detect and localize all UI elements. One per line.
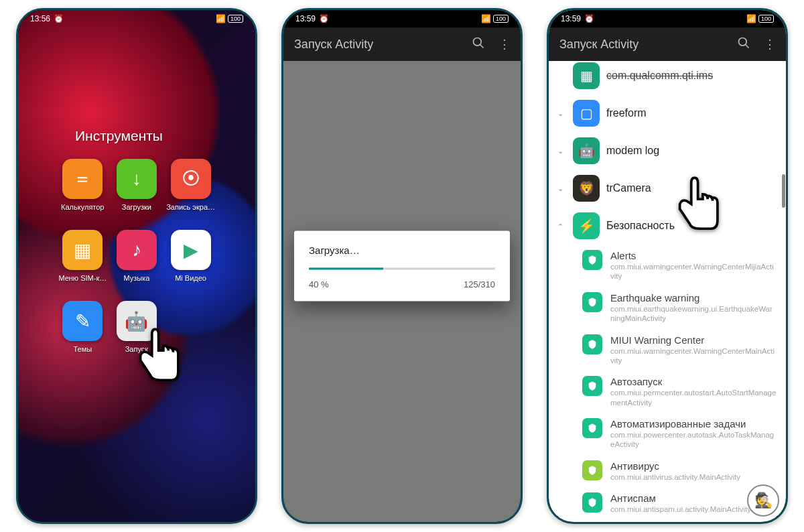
progress-fill (309, 268, 383, 270)
search-icon[interactable] (737, 36, 750, 52)
chevron-down-icon: ⌄ (554, 109, 566, 118)
chevron-up-icon: ⌄ (554, 222, 566, 230)
dialog-title: Загрузка… (309, 245, 495, 256)
activity-title: Автозапуск (610, 376, 777, 388)
activity-class: com.miui.antivirus.activity.MainActivity (610, 472, 777, 482)
app-[interactable]: 🤖Запуск (113, 301, 161, 353)
watermark-badge: 🕵️ (747, 484, 779, 517)
app-icon: 🤖 (117, 301, 157, 341)
shield-icon: ⚡ (573, 212, 600, 239)
search-icon[interactable] (472, 36, 485, 52)
svg-line-1 (480, 45, 484, 48)
battery-level: 100 (228, 15, 243, 23)
app-label: Темы (73, 345, 92, 353)
phone-activity-list: 13:59 ⏰ 📶 100 Запуск Activity ⋮ ▦ com.qu… (547, 8, 788, 524)
app-[interactable]: ✎Темы (58, 301, 107, 353)
signal-icon: 📶 (748, 15, 756, 23)
activity-item[interactable]: Антивирус com.miui.antivirus.activity.Ma… (549, 455, 786, 487)
chevron-down-icon: ⌄ (554, 147, 566, 155)
activity-item[interactable]: Автоматизированные задачи com.miui.power… (549, 413, 786, 455)
activity-title: Автоматизированные задачи (610, 418, 777, 430)
status-time: 13:56 (30, 14, 50, 23)
app-sim[interactable]: ▦Меню SIM-к… (58, 230, 107, 282)
list-item-label: modem log (606, 145, 659, 157)
app-icon: ↓ (117, 159, 157, 199)
alarm-icon: ⏰ (320, 15, 328, 23)
activities-list[interactable]: ▦ com.qualcomm.qti.ims ⌄ ▢ freeform ⌄ 🤖 … (549, 61, 786, 520)
activity-class: com.miui.warningcenter.WarningCenterMain… (610, 346, 777, 366)
app-[interactable]: ♪Музыка (113, 230, 161, 282)
app-[interactable]: ＝Калькулятор (58, 159, 107, 211)
list-item[interactable]: ⌄ ▢ freeform (549, 94, 786, 132)
status-bar: 13:59 ⏰ 📶 100 (549, 10, 786, 27)
app-icon: ▦ (62, 230, 103, 270)
app-icon: ▢ (573, 100, 600, 127)
activity-class: com.miui.earthquakewarning.ui.Earthquake… (610, 304, 777, 324)
alarm-icon: ⏰ (585, 15, 593, 23)
battery-level: 100 (493, 15, 509, 23)
app-icon: ＝ (62, 159, 103, 199)
app-icon: ▶ (171, 230, 211, 270)
status-bar: 13:59 ⏰ 📶 100 (283, 10, 521, 27)
app-mi[interactable]: ▶Mi Видео (166, 230, 215, 282)
activity-title: Alerts (610, 250, 777, 262)
app-[interactable]: ⦿Запись экра… (166, 159, 215, 211)
activity-list-screen: 13:59 ⏰ 📶 100 Запуск Activity ⋮ ▦ com.qu… (549, 10, 786, 522)
shield-icon (582, 334, 602, 354)
list-item-label: trCamera (606, 182, 651, 194)
shield-icon (582, 418, 602, 438)
shield-icon (582, 292, 602, 312)
activity-class: com.miui.powercenter.autotask.AutoTaskMa… (610, 430, 777, 450)
shield-icon (582, 492, 602, 513)
app-label: Калькулятор (61, 203, 104, 211)
app-label: Меню SIM-к… (58, 274, 107, 282)
status-time: 13:59 (561, 14, 581, 23)
app-icon: ⦿ (171, 159, 211, 199)
activity-item[interactable]: Автозапуск com.miui.permcenter.autostart… (549, 371, 786, 413)
shield-icon (582, 250, 602, 270)
overflow-menu-icon[interactable]: ⋮ (498, 37, 510, 52)
status-time: 13:59 (295, 14, 316, 23)
signal-icon: 📶 (217, 15, 225, 23)
app-icon: 🤖 (573, 137, 600, 164)
activity-title: Антивирус (610, 460, 777, 472)
app-icon: 🦁 (573, 175, 600, 202)
battery-level: 100 (758, 15, 774, 23)
alarm-icon: ⏰ (54, 15, 62, 23)
appbar-title: Запуск Activity (294, 38, 373, 52)
app-bar: Запуск Activity ⋮ (283, 27, 521, 61)
list-item-label: Безопасность (606, 220, 675, 232)
app-label: Запись экра… (166, 203, 215, 211)
activity-item[interactable]: Earthquake warning com.miui.earthquakewa… (549, 287, 786, 329)
progress-percent: 40 % (309, 279, 329, 289)
activity-item[interactable]: MIUI Warning Center com.miui.warningcent… (549, 329, 786, 371)
list-item[interactable]: ⌄ 🤖 modem log (549, 132, 786, 170)
progress-count: 125/310 (464, 279, 495, 289)
app-label: Запуск (125, 345, 148, 353)
app-grid: ＝Калькулятор↓Загрузки⦿Запись экра…▦Меню … (18, 159, 255, 353)
app-icon: ♪ (117, 230, 157, 270)
app-[interactable]: ↓Загрузки (113, 159, 161, 211)
activity-item[interactable]: Alerts com.miui.warningcenter.WarningCen… (549, 245, 786, 287)
scrollbar-thumb[interactable] (782, 174, 785, 208)
list-item-security[interactable]: ⌄ ⚡ Безопасность (549, 207, 786, 245)
overflow-menu-icon[interactable]: ⋮ (764, 37, 775, 52)
app-bar: Запуск Activity ⋮ (549, 27, 786, 61)
app-icon: ✎ (62, 301, 103, 341)
app-label: Музыка (123, 274, 149, 282)
app-label: Загрузки (122, 203, 151, 211)
svg-line-3 (746, 45, 749, 48)
list-item-truncated[interactable]: ▦ com.qualcomm.qti.ims (549, 61, 786, 94)
phone-home: 13:56 ⏰ 📶 100 Инструменты ＝Калькулятор↓З… (16, 8, 257, 524)
svg-point-0 (474, 38, 482, 46)
loading-screen: 13:59 ⏰ 📶 100 Запуск Activity ⋮ Загрузка… (283, 10, 521, 522)
activity-title: MIUI Warning Center (610, 334, 777, 346)
activity-class: com.miui.permcenter.autostart.AutoStartM… (610, 388, 777, 407)
list-item-label: com.qualcomm.qti.ims (606, 70, 713, 82)
app-icon: ▦ (573, 62, 600, 89)
security-subitems: Alerts com.miui.warningcenter.WarningCen… (549, 245, 786, 520)
shield-icon (582, 376, 602, 396)
svg-point-2 (739, 38, 747, 46)
list-item[interactable]: ⌄ 🦁 trCamera (549, 170, 786, 207)
list-item-label: freeform (606, 107, 647, 119)
